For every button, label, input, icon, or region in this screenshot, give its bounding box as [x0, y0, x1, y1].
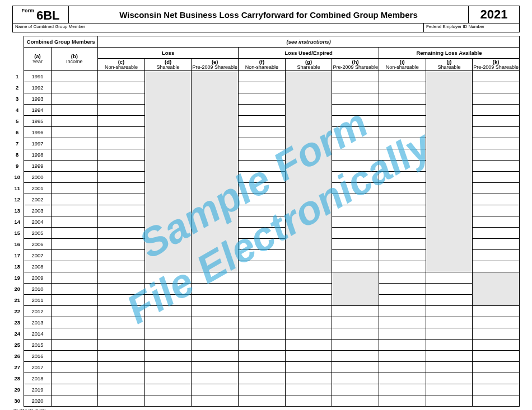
cell-c[interactable] [98, 228, 145, 239]
cell-d[interactable] [144, 362, 192, 373]
cell-f[interactable] [239, 306, 286, 317]
cell-f[interactable] [239, 228, 286, 239]
cell-f[interactable] [239, 295, 286, 306]
cell-j[interactable] [426, 295, 473, 306]
cell-c[interactable] [98, 239, 145, 250]
cell-income[interactable] [51, 373, 98, 384]
cell-k[interactable] [473, 328, 520, 340]
cell-g[interactable] [285, 395, 332, 407]
cell-i[interactable] [379, 351, 426, 362]
cell-k[interactable] [473, 239, 520, 250]
cell-i[interactable] [379, 194, 426, 205]
cell-e[interactable] [192, 306, 239, 317]
cell-f[interactable] [239, 82, 286, 93]
cell-d[interactable] [144, 384, 192, 395]
cell-i[interactable] [379, 216, 426, 228]
cell-i[interactable] [379, 373, 426, 384]
cell-f[interactable] [239, 183, 286, 194]
cell-income[interactable] [51, 216, 98, 228]
cell-d[interactable] [144, 306, 192, 317]
cell-c[interactable] [98, 127, 145, 138]
cell-i[interactable] [379, 284, 426, 295]
cell-d[interactable] [144, 395, 192, 407]
cell-f[interactable] [239, 340, 286, 351]
cell-h[interactable] [332, 261, 379, 272]
cell-c[interactable] [98, 172, 145, 183]
cell-income[interactable] [51, 239, 98, 250]
cell-i[interactable] [379, 161, 426, 172]
cell-income[interactable] [51, 93, 98, 105]
cell-e[interactable] [192, 373, 239, 384]
cell-i[interactable] [379, 250, 426, 261]
cell-h[interactable] [332, 250, 379, 261]
cell-h[interactable] [332, 228, 379, 239]
cell-income[interactable] [51, 183, 98, 194]
cell-i[interactable] [379, 82, 426, 93]
cell-e[interactable] [192, 284, 239, 295]
cell-i[interactable] [379, 138, 426, 149]
cell-c[interactable] [98, 116, 145, 127]
cell-j[interactable] [426, 272, 473, 284]
cell-income[interactable] [51, 306, 98, 317]
cell-c[interactable] [98, 384, 145, 395]
cell-f[interactable] [239, 261, 286, 272]
cell-g[interactable] [285, 272, 332, 284]
cell-c[interactable] [98, 82, 145, 93]
cell-f[interactable] [239, 194, 286, 205]
cell-h[interactable] [332, 384, 379, 395]
cell-c[interactable] [98, 362, 145, 373]
cell-k[interactable] [473, 172, 520, 183]
cell-c[interactable] [98, 284, 145, 295]
cell-h[interactable] [332, 194, 379, 205]
cell-c[interactable] [98, 328, 145, 340]
cell-f[interactable] [239, 395, 286, 407]
cell-f[interactable] [239, 138, 286, 149]
cell-h[interactable] [332, 127, 379, 138]
cell-j[interactable] [426, 362, 473, 373]
cell-k[interactable] [473, 82, 520, 93]
cell-income[interactable] [51, 351, 98, 362]
cell-k[interactable] [473, 194, 520, 205]
cell-f[interactable] [239, 127, 286, 138]
cell-c[interactable] [98, 194, 145, 205]
cell-i[interactable] [379, 239, 426, 250]
cell-h[interactable] [332, 172, 379, 183]
cell-i[interactable] [379, 116, 426, 127]
cell-k[interactable] [473, 351, 520, 362]
cell-g[interactable] [285, 351, 332, 362]
cell-k[interactable] [473, 395, 520, 407]
cell-f[interactable] [239, 384, 286, 395]
cell-h[interactable] [332, 82, 379, 93]
cell-income[interactable] [51, 317, 98, 328]
cell-c[interactable] [98, 138, 145, 149]
cell-j[interactable] [426, 373, 473, 384]
cell-c[interactable] [98, 373, 145, 384]
cell-k[interactable] [473, 373, 520, 384]
cell-income[interactable] [51, 395, 98, 407]
cell-h[interactable] [332, 105, 379, 116]
cell-h[interactable] [332, 93, 379, 105]
cell-income[interactable] [51, 205, 98, 216]
cell-c[interactable] [98, 295, 145, 306]
cell-income[interactable] [51, 116, 98, 127]
cell-c[interactable] [98, 250, 145, 261]
cell-j[interactable] [426, 317, 473, 328]
cell-d[interactable] [144, 284, 192, 295]
cell-c[interactable] [98, 317, 145, 328]
cell-income[interactable] [51, 328, 98, 340]
cell-j[interactable] [426, 284, 473, 295]
cell-f[interactable] [239, 328, 286, 340]
cell-income[interactable] [51, 228, 98, 239]
cell-i[interactable] [379, 149, 426, 161]
cell-c[interactable] [98, 183, 145, 194]
cell-income[interactable] [51, 149, 98, 161]
cell-h[interactable] [332, 351, 379, 362]
cell-g[interactable] [285, 328, 332, 340]
cell-c[interactable] [98, 149, 145, 161]
cell-d[interactable] [144, 295, 192, 306]
cell-income[interactable] [51, 295, 98, 306]
cell-k[interactable] [473, 317, 520, 328]
cell-c[interactable] [98, 261, 145, 272]
cell-c[interactable] [98, 395, 145, 407]
cell-c[interactable] [98, 351, 145, 362]
